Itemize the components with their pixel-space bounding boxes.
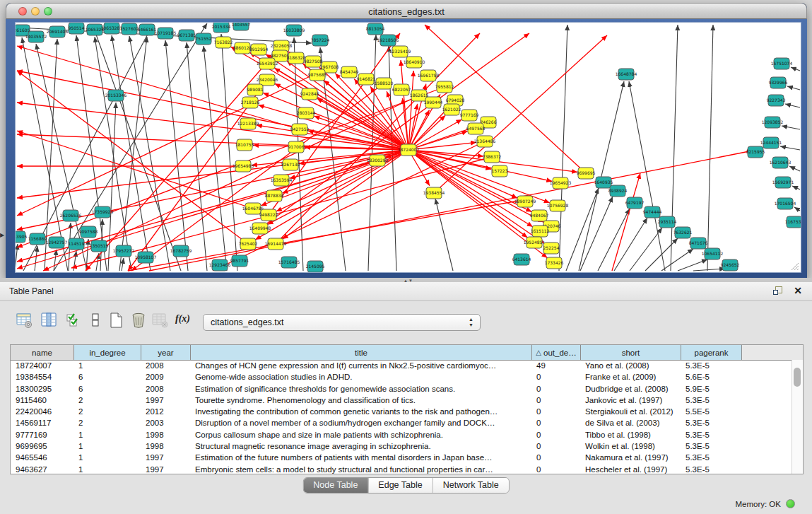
table-cell[interactable]: 5.3E-5 (681, 440, 741, 452)
graph-node[interactable]: 9857791 (230, 255, 249, 267)
graph-node[interactable]: 9699695 (577, 168, 596, 179)
graph-node[interactable]: 19654985 (233, 160, 254, 172)
column-header-year[interactable]: year (141, 345, 190, 360)
table-cell[interactable]: 1998 (141, 429, 190, 440)
table-panel-header[interactable]: Table Panel ✕ (0, 282, 812, 301)
graph-node[interactable]: 2145095 (306, 261, 325, 272)
graph-node[interactable]: 252254 (543, 243, 560, 254)
graph-node[interactable]: 7857224 (311, 35, 330, 46)
graph-edge-black[interactable] (598, 209, 630, 271)
graph-node[interactable]: 2015334 (212, 23, 231, 33)
table-cell[interactable]: 5.6E-5 (681, 371, 741, 382)
graph-node[interactable]: 9242848 (300, 88, 319, 100)
graph-node[interactable]: 8471676 (689, 238, 708, 249)
graph-node[interactable]: 2803144 (297, 107, 316, 119)
table-cell[interactable]: 19384554 (11, 371, 73, 382)
column-header-title[interactable]: title (190, 345, 531, 360)
graph-node[interactable]: 16782759 (170, 245, 192, 257)
graph-node[interactable]: 18300295 (367, 155, 389, 166)
graph-edge-black[interactable] (435, 199, 453, 271)
graph-node[interactable]: 8267130 (281, 159, 300, 170)
graph-edge-black[interactable] (122, 258, 124, 271)
graph-edge-black[interactable] (693, 269, 725, 271)
table-cell[interactable]: 5.3E-5 (681, 417, 741, 428)
graph-node[interactable]: 8938924 (608, 185, 628, 197)
graph-edge-black[interactable] (794, 207, 800, 211)
graph-node[interactable]: 12213389 (237, 118, 259, 129)
table-cell[interactable]: 5.3E-5 (681, 360, 741, 371)
table-cell[interactable]: 0 (531, 383, 580, 395)
resize-grip-icon[interactable] (791, 262, 799, 271)
graph-node[interactable]: 21364486 (474, 136, 496, 147)
table-cell[interactable]: 1 (73, 440, 141, 452)
graph-node[interactable]: 6497568 (466, 123, 486, 134)
graph-node[interactable]: 15692971 (772, 177, 794, 188)
graph-node[interactable]: 157223 (492, 165, 508, 177)
graph-edge-red[interactable] (17, 103, 408, 150)
table-cell[interactable]: 5.9E-5 (681, 383, 741, 395)
memory-status-indicator-icon[interactable] (786, 499, 795, 508)
graph-node[interactable]: 8878834 (265, 190, 284, 201)
table-cell[interactable]: 6 (73, 383, 141, 395)
graph-node[interactable]: 3913905 (16, 231, 28, 243)
table-cell[interactable]: 1 (73, 429, 141, 440)
tab-network-table[interactable]: Network Table (433, 478, 509, 493)
tab-edge-table[interactable]: Edge Table (367, 478, 432, 493)
graph-node[interactable]: 9245652 (721, 259, 740, 271)
graph-edge-black[interactable] (782, 126, 800, 129)
graph-node[interactable]: 16961758 (418, 70, 440, 81)
table-cell[interactable]: Structural magnetic resonance image aver… (190, 440, 531, 452)
graph-node[interactable]: 8186328 (287, 52, 306, 64)
graph-node[interactable]: 1615112 (531, 226, 550, 237)
row-height-icon[interactable] (87, 312, 104, 329)
graph-node[interactable]: 9671385 (177, 30, 196, 41)
graph-node[interactable]: 26206536 (60, 210, 82, 221)
graph-node[interactable]: 6466161 (138, 24, 157, 35)
table-cell[interactable]: 1 (73, 360, 141, 371)
graph-edge-black[interactable] (566, 188, 599, 271)
table-cell[interactable]: 0 (531, 371, 580, 382)
graph-node[interactable]: 7625402 (239, 238, 258, 250)
graph-edge-red[interactable] (17, 71, 248, 244)
table-cell[interactable]: Estimation of the future numbers of pati… (190, 452, 531, 463)
graph-edge-black[interactable] (780, 146, 800, 150)
column-header-pagerank[interactable]: pagerank (681, 345, 741, 360)
table-cell[interactable]: 9463627 (11, 464, 73, 474)
graph-node[interactable]: 8454749 (340, 66, 359, 78)
table-cell[interactable]: 22420046 (11, 406, 73, 417)
table-cell[interactable]: Corpus callosum shape and size in male p… (190, 429, 531, 440)
graph-node[interactable]: 17016504 (775, 198, 796, 209)
table-cell[interactable]: 5.5E-5 (681, 406, 741, 417)
table-vertical-scrollbar[interactable] (792, 360, 803, 474)
graph-edge-black[interactable] (580, 197, 613, 271)
graph-node[interactable]: 1350515 (90, 240, 109, 252)
table-cell[interactable]: 1997 (141, 395, 190, 406)
graph-edge-black[interactable] (789, 166, 800, 171)
table-cell[interactable]: 49 (531, 360, 580, 371)
graph-node[interactable]: 2718126 (241, 97, 260, 108)
graph-node[interactable]: 1156869 (28, 233, 47, 245)
table-cell[interactable]: 5.3E-5 (681, 395, 741, 406)
table-cell[interactable]: 5.3E-5 (681, 429, 741, 440)
table-cell[interactable]: Franke et al. (2009) (580, 371, 681, 382)
column-header-short[interactable]: short (580, 345, 681, 360)
graph-edge-black[interactable] (661, 249, 693, 271)
table-cell[interactable]: Hescheler et al. (1997) (580, 464, 681, 474)
graph-node[interactable]: 9097588 (79, 226, 98, 238)
table-cell[interactable]: Wolkin et al. (1998) (580, 440, 681, 452)
table-cell[interactable]: 2 (73, 417, 141, 428)
network-canvas[interactable]: 1872400771638228860128891295423226058982… (15, 22, 801, 273)
graph-edge-black[interactable] (792, 186, 800, 189)
table-cell[interactable]: Jankovic et al. (1997) (580, 395, 681, 406)
graph-edge-black[interactable] (787, 86, 800, 90)
graph-node[interactable]: 16210643 (770, 157, 792, 168)
graph-node[interactable]: 6822057 (392, 84, 411, 95)
graph-node[interactable]: 17957272 (113, 245, 135, 257)
graph-node[interactable]: 9484067 (530, 210, 549, 221)
table-cell[interactable]: 18300295 (11, 383, 73, 395)
graph-node[interactable]: 9146821 (357, 74, 376, 85)
table-cell[interactable]: 9777169 (11, 429, 73, 440)
graph-node[interactable]: 12325419 (389, 46, 411, 57)
graph-node[interactable]: 7632621 (673, 227, 693, 238)
graph-node[interactable]: 7386372 (483, 151, 502, 163)
